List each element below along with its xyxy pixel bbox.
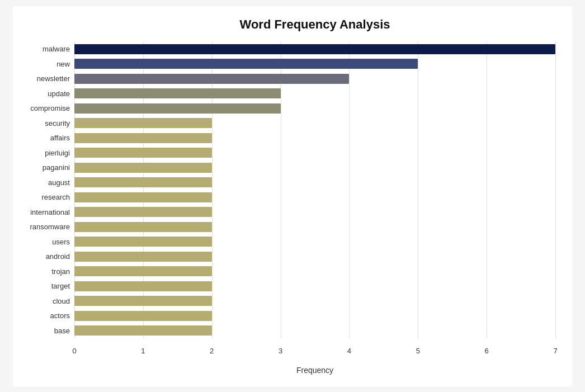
bar-row: target	[74, 280, 555, 292]
bar-label: trojan	[51, 267, 70, 276]
bar-label: update	[48, 89, 70, 98]
bar-row: trojan	[74, 265, 555, 277]
x-tick: 2	[210, 347, 214, 355]
x-tick: 4	[347, 347, 351, 355]
bar-label: base	[54, 327, 70, 335]
x-tick: 1	[141, 347, 145, 355]
bar-row: pierluigi	[74, 147, 555, 159]
bar-label: security	[45, 119, 70, 127]
bar-label: users	[52, 238, 70, 246]
bar	[74, 192, 212, 202]
bar-row: new	[74, 58, 555, 70]
bar-row: research	[74, 191, 555, 204]
bar	[74, 237, 212, 247]
chart-title: Word Frequency Analysis	[74, 17, 555, 32]
x-tick: 5	[416, 347, 420, 355]
bar-label: international	[30, 208, 70, 216]
bar	[74, 133, 212, 143]
bar-label: cloud	[53, 297, 70, 305]
bar	[74, 207, 212, 217]
bar-row: users	[74, 235, 555, 248]
bar-label: target	[51, 282, 70, 290]
bar-label: paganini	[43, 163, 70, 172]
chart-area: malwarenewnewsletterupdatecompromisesecu…	[74, 42, 555, 355]
bar-row: ransomware	[74, 221, 555, 233]
x-axis: 01234567	[74, 341, 555, 355]
bar-label: pierluigi	[45, 149, 70, 157]
bar	[74, 88, 281, 98]
bars-wrapper: malwarenewnewsletterupdatecompromisesecu…	[74, 42, 555, 338]
bar	[74, 74, 349, 84]
bar-label: august	[48, 178, 70, 187]
bar	[74, 59, 418, 69]
bar	[74, 325, 212, 336]
bar	[74, 148, 212, 158]
bar-row: compromise	[74, 102, 555, 115]
bar	[74, 281, 212, 291]
bar-row: security	[74, 117, 555, 129]
x-tick: 6	[485, 347, 489, 355]
bar-row: cloud	[74, 295, 555, 307]
bar-label: malware	[43, 45, 70, 53]
bar	[74, 103, 281, 114]
bar-label: actors	[50, 311, 70, 320]
bar-row: paganini	[74, 162, 555, 174]
bar-label: research	[41, 193, 70, 201]
bar-row: base	[74, 324, 555, 337]
bar	[74, 266, 212, 276]
bar	[74, 222, 212, 232]
bar-row: android	[74, 251, 555, 263]
bar-label: affairs	[50, 134, 70, 142]
bar	[74, 311, 212, 321]
bar-row: malware	[74, 43, 555, 55]
bar	[74, 252, 212, 262]
x-tick: 3	[279, 347, 282, 355]
bar-label: new	[56, 60, 70, 68]
bar	[74, 44, 555, 54]
bar-row: newsletter	[74, 73, 555, 85]
bar-label: newsletter	[37, 74, 70, 83]
x-tick: 7	[553, 347, 557, 355]
bar-row: august	[74, 176, 555, 188]
bar	[74, 118, 212, 128]
bar	[74, 296, 212, 306]
bar-label: ransomware	[30, 223, 70, 231]
chart-container: Word Frequency Analysis malwarenewnewsle…	[13, 6, 572, 386]
bar-label: compromise	[30, 104, 70, 112]
x-axis-label: Frequency	[74, 366, 555, 375]
bar-row: actors	[74, 310, 555, 322]
bar-row: affairs	[74, 132, 555, 144]
bar-row: international	[74, 206, 555, 218]
bar-row: update	[74, 87, 555, 100]
bar	[74, 177, 212, 187]
bar-label: android	[46, 252, 70, 261]
bar	[74, 163, 212, 173]
grid-line	[555, 42, 556, 338]
x-tick: 0	[72, 347, 76, 355]
